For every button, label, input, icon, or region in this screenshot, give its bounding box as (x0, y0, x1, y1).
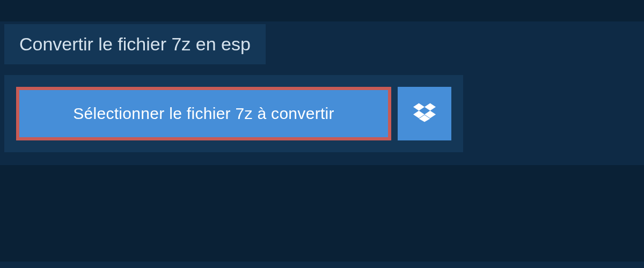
dropbox-icon (413, 101, 436, 126)
dropbox-button[interactable] (398, 87, 451, 140)
select-file-label: Sélectionner le fichier 7z à convertir (73, 105, 334, 123)
select-file-button[interactable]: Sélectionner le fichier 7z à convertir (16, 87, 391, 140)
bottom-band (0, 165, 644, 262)
title-tab: Convertir le fichier 7z en esp (4, 24, 266, 64)
page-title: Convertir le fichier 7z en esp (19, 34, 251, 54)
top-band (0, 0, 644, 21)
button-panel: Sélectionner le fichier 7z à convertir (4, 75, 463, 152)
